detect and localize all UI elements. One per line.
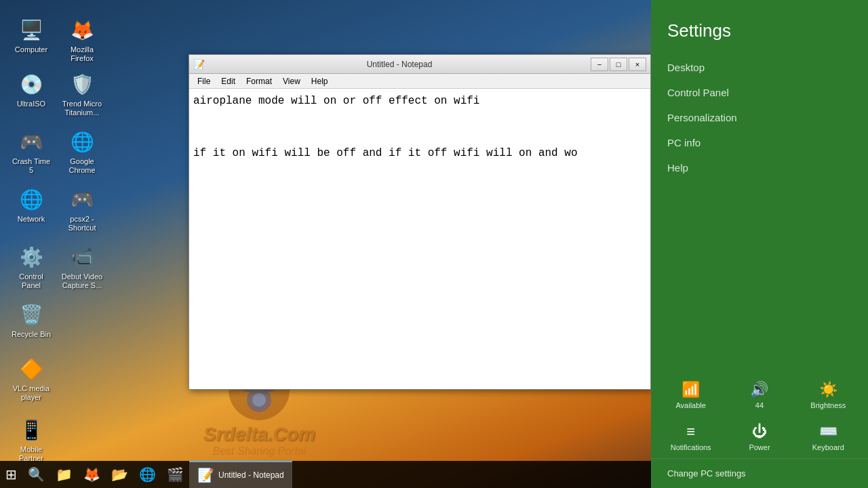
firefox-label: Mozilla Firefox — [60, 45, 104, 63]
start-button[interactable]: ⊞ — [0, 461, 22, 488]
settings-menu-desktop[interactable]: Desktop — [651, 55, 868, 80]
svg-point-6 — [252, 393, 266, 407]
vlc-label: VLC media player — [9, 384, 53, 402]
minimize-button[interactable]: − — [591, 58, 608, 71]
taskbar-chrome[interactable]: 🌐 — [134, 461, 161, 488]
desktop-icon-debut[interactable]: 📹 Debut Video Capture S... — [58, 241, 106, 293]
crashtime-icon: 🎮 — [18, 128, 45, 155]
notifications-label: Notifications — [671, 443, 711, 451]
trendmicro-label: Trend Micro Titanium... — [60, 100, 104, 117]
desktop-icon-ultraiso[interactable]: 💿 UltraISO — [7, 68, 56, 111]
volume-label: 44 — [755, 401, 764, 409]
notepad-textarea[interactable] — [189, 89, 650, 389]
notifications-icon: ≡ — [686, 423, 695, 441]
power-icon: ⏻ — [752, 423, 767, 441]
available-label: Available — [675, 401, 705, 409]
desktop-icon-pcsx2[interactable]: 🎮 pcsx2 - Shortcut — [58, 183, 106, 235]
taskbar-chrome-icon: 🌐 — [139, 466, 156, 483]
vlc-icon: 🔶 — [18, 355, 45, 382]
taskbar-search[interactable]: 🔍 — [22, 461, 50, 488]
desktop-icon-firefox[interactable]: 🦊 Mozilla Firefox — [58, 14, 106, 66]
settings-bottom-icons: 📶 Available 🔊 44 ☀️ Brightness ≡ Notific… — [651, 369, 868, 458]
settings-menu-controlpanel[interactable]: Control Panel — [651, 80, 868, 105]
menu-edit[interactable]: Edit — [216, 75, 241, 87]
chrome-icon: 🌐 — [68, 128, 96, 155]
ultraiso-label: UltraISO — [17, 100, 45, 108]
mobile-icon: 📱 — [18, 416, 45, 443]
notepad-menubar: File Edit Format View Help — [189, 74, 650, 89]
pcsx2-label: pcsx2 - Shortcut — [60, 215, 104, 232]
computer-icon: 🖥️ — [18, 16, 45, 43]
keyboard-label: Keyboard — [812, 443, 844, 451]
volume-icon: 🔊 — [750, 381, 768, 399]
notepad-window: 📝 Untitled - Notepad − □ × File Edit For… — [189, 54, 651, 390]
computer-label: Computer — [15, 45, 47, 54]
change-pc-settings-link[interactable]: Change PC settings — [651, 458, 868, 488]
controlpanel-label: Control Panel — [9, 272, 53, 290]
taskbar-firefox[interactable]: 🦊 — [78, 461, 106, 488]
desktop-icon-vlc[interactable]: 🔶 VLC media player — [7, 352, 56, 405]
settings-available-btn[interactable]: 📶 Available — [656, 374, 725, 416]
watermark-main-text: Srdelta.Com — [203, 424, 315, 445]
network-icon: 🌐 — [18, 186, 45, 213]
close-button[interactable]: × — [629, 58, 646, 71]
wifi-icon: 📶 — [682, 381, 700, 399]
windows-icon: ⊞ — [5, 466, 17, 483]
menu-view[interactable]: View — [277, 75, 306, 87]
taskbar-fileexplorer[interactable]: 📁 — [50, 461, 78, 488]
settings-panel: Settings Desktop Control Panel Personali… — [651, 0, 868, 488]
taskbar-video-icon: 🎬 — [167, 466, 184, 483]
debut-icon: 📹 — [68, 243, 96, 270]
power-label: Power — [749, 443, 770, 451]
crashtime-label: Crash Time 5 — [9, 157, 53, 175]
brightness-icon: ☀️ — [819, 381, 837, 399]
desktop-icon-network[interactable]: 🌐 Network — [7, 183, 56, 226]
notepad-title: Untitled - Notepad — [208, 60, 591, 69]
recycle-label: Recycle Bin — [12, 330, 51, 339]
menu-format[interactable]: Format — [241, 75, 277, 87]
desktop-icon-trendmicro[interactable]: 🛡️ Trend Micro Titanium... — [58, 68, 106, 120]
desktop: 🖥️ Computer 🦊 Mozilla Firefox 💿 UltraISO… — [0, 0, 868, 488]
maximize-button[interactable]: □ — [610, 58, 627, 71]
settings-keyboard-btn[interactable]: ⌨️ Keyboard — [794, 416, 863, 458]
settings-spacer — [651, 180, 868, 369]
desktop-icon-crashtime[interactable]: 🎮 Crash Time 5 — [7, 125, 56, 178]
desktop-icon-chrome[interactable]: 🌐 Google Chrome — [58, 125, 106, 178]
settings-power-btn[interactable]: ⏻ Power — [725, 416, 793, 458]
desktop-icon-controlpanel[interactable]: ⚙️ Control Panel — [7, 241, 56, 293]
trendmicro-icon: 🛡️ — [68, 70, 96, 98]
controlpanel-icon: ⚙️ — [18, 243, 45, 270]
keyboard-icon: ⌨️ — [819, 423, 837, 441]
settings-volume-btn[interactable]: 🔊 44 — [725, 374, 793, 416]
firefox-icon: 🦊 — [68, 16, 96, 43]
desktop-icon-mobile[interactable]: 📱 Mobile Partner — [7, 413, 56, 466]
watermark-sub-text: Best Sharing Portal — [213, 445, 307, 458]
recycle-icon: 🗑️ — [18, 301, 45, 328]
settings-menu-personalization[interactable]: Personalization — [651, 105, 868, 130]
taskbar-notepad[interactable]: 📝 Untitled - Notepad — [189, 461, 292, 488]
taskbar-notepad-icon: 📝 — [197, 467, 214, 483]
folder-icon: 📁 — [56, 466, 73, 483]
settings-menu-help[interactable]: Help — [651, 155, 868, 180]
menu-help[interactable]: Help — [306, 75, 334, 87]
taskbar-notepad-label: Untitled - Notepad — [218, 470, 284, 480]
taskbar: ⊞ 🔍 📁 🦊 📂 🌐 🎬 📝 Untitled - Notepad — [0, 461, 651, 488]
settings-title: Settings — [651, 0, 868, 55]
brightness-label: Brightness — [810, 401, 846, 409]
debut-label: Debut Video Capture S... — [60, 272, 104, 290]
settings-notifications-btn[interactable]: ≡ Notifications — [656, 416, 725, 458]
desktop-icon-recycle[interactable]: 🗑️ Recycle Bin — [7, 298, 56, 342]
taskbar-firefox-icon: 🦊 — [83, 466, 100, 483]
notepad-titlebar[interactable]: 📝 Untitled - Notepad − □ × — [189, 55, 650, 74]
chrome-label: Google Chrome — [60, 157, 104, 175]
pcsx2-icon: 🎮 — [68, 186, 96, 213]
settings-menu-pcinfo[interactable]: PC info — [651, 130, 868, 155]
menu-file[interactable]: File — [192, 75, 216, 87]
taskbar-files[interactable]: 📂 — [106, 461, 134, 488]
desktop-icon-computer[interactable]: 🖥️ Computer — [7, 14, 56, 57]
ultraiso-icon: 💿 — [18, 70, 45, 98]
settings-brightness-btn[interactable]: ☀️ Brightness — [794, 374, 863, 416]
notepad-controls: − □ × — [591, 58, 646, 71]
taskbar-video[interactable]: 🎬 — [161, 461, 189, 488]
notepad-icon: 📝 — [193, 59, 204, 70]
